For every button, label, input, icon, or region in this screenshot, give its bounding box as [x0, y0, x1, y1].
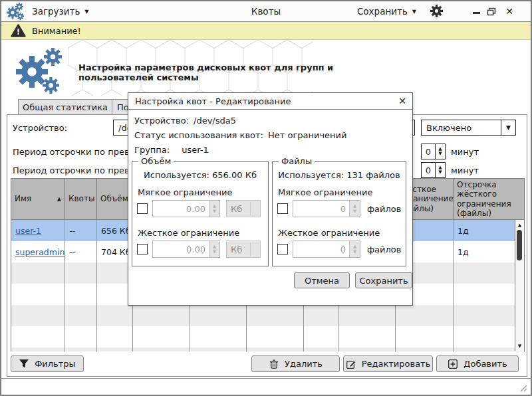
chevron-down-icon[interactable]: ▼	[501, 120, 515, 135]
empty-row	[11, 326, 524, 347]
resize-grip[interactable]	[519, 384, 527, 392]
arrow-down-icon[interactable]: ▼	[438, 151, 442, 156]
col-header-grace-hard-files[interactable]: Отсрочка жёсткого ограничения (файлы)	[454, 179, 515, 219]
soft-limit-checkbox[interactable]	[137, 203, 148, 214]
table-cell	[454, 347, 515, 351]
arrow-up-icon[interactable]: ▲	[213, 204, 216, 209]
hard-limit-label: Жесткое ограничение	[138, 228, 239, 238]
filters-button[interactable]: Фильтры	[11, 355, 84, 372]
user-link[interactable]: superadmin	[15, 247, 65, 257]
table-cell	[454, 284, 515, 305]
arrow-down-icon[interactable]: ▼	[353, 250, 356, 254]
delete-button[interactable]: Удалить	[251, 355, 340, 372]
spinner-value: 0.00	[153, 241, 209, 257]
grace-soft-spinner[interactable]: 0 ▲▼	[421, 144, 446, 159]
hard-limit-checkbox[interactable]	[277, 244, 288, 254]
spinner-arrows[interactable]: ▲▼	[209, 201, 219, 217]
table-cell: user-1	[11, 220, 65, 241]
files-used: Используется: 131 файлов	[273, 170, 406, 180]
arrow-up-icon[interactable]: ▲	[353, 204, 356, 209]
table-cell	[454, 305, 515, 326]
table-cell	[454, 262, 515, 284]
arrow-down-icon[interactable]: ▼	[213, 250, 216, 254]
arrow-up-icon[interactable]: ▲	[213, 245, 216, 249]
spinner-arrows[interactable]: ▲▼	[349, 201, 360, 217]
col-label: Объём	[100, 194, 128, 203]
soft-limit-checkbox[interactable]	[277, 203, 288, 214]
quota-status-select[interactable]: Включено ▼	[421, 120, 516, 136]
scroll-up-icon[interactable]: ▲	[515, 221, 524, 229]
chevron-down-icon: ▼	[412, 2, 416, 22]
scroll-down-icon[interactable]: ▼	[515, 342, 524, 350]
delete-label: Удалить	[285, 359, 323, 369]
user-link[interactable]: user-1	[15, 226, 41, 236]
dialog-title: Настройка квот - Редактирование	[135, 96, 291, 106]
dialog-device-line: Устройство: /dev/sda5	[134, 116, 236, 126]
spinner-arrows[interactable]: ▲▼	[435, 163, 445, 177]
table-cell	[190, 305, 247, 326]
col-label: Квоты	[68, 194, 94, 203]
volume-unit-select[interactable]: Кб	[226, 241, 261, 258]
arrow-down-icon[interactable]: ▼	[353, 209, 356, 214]
dialog-status-line: Статус использования квот: Нет ограничен…	[134, 130, 347, 140]
settings-gear-button[interactable]	[430, 5, 443, 17]
minutes-unit-label: минут	[451, 147, 479, 157]
table-cell	[304, 305, 338, 326]
unit-value: Кб	[231, 204, 242, 214]
hard-limit-checkbox[interactable]	[137, 244, 148, 254]
status-value: Включено	[422, 120, 501, 135]
volume-hard-row: 0.00 ▲▼ Кб	[137, 241, 265, 258]
files-hard-spinner[interactable]: 0 ▲▼	[293, 241, 360, 258]
arrow-down-icon[interactable]: ▼	[438, 170, 442, 175]
window-title: Квоты	[1, 1, 531, 21]
spinner-arrows[interactable]: ▲▼	[435, 144, 445, 159]
spinner-value: 0	[422, 163, 435, 177]
dialog-close-button[interactable]: ✕	[398, 96, 406, 106]
spinner-arrows[interactable]: ▲▼	[209, 241, 219, 257]
add-button[interactable]: Добавить	[436, 355, 519, 372]
cancel-button[interactable]: Отмена	[294, 272, 350, 288]
tab-general-statistics[interactable]: Общая статистика	[18, 99, 112, 115]
col-header-quotas[interactable]: Квоты	[65, 179, 97, 219]
quota-gears-icon	[16, 47, 68, 94]
dialog-save-button[interactable]: Сохранить	[355, 272, 412, 288]
table-cell	[247, 347, 304, 351]
vertical-scrollbar[interactable]: ▲ ▼	[515, 220, 524, 351]
minimize-button[interactable]	[473, 1, 480, 21]
unit-value: Кб	[231, 245, 242, 254]
save-label: Сохранить	[357, 1, 408, 21]
table-cell	[11, 305, 65, 326]
volume-hard-spinner[interactable]: 0.00 ▲▼	[152, 241, 220, 258]
files-soft-spinner[interactable]: 0 ▲▼	[293, 200, 360, 217]
table-cell	[338, 347, 396, 351]
files-unit-label: файлов	[367, 204, 401, 214]
volume-unit-select[interactable]: Кб	[226, 200, 261, 217]
arrow-down-icon[interactable]: ▼	[213, 209, 216, 214]
table-cell	[65, 284, 97, 305]
scrollbar-thumb[interactable]	[517, 230, 522, 260]
close-window-button[interactable]: ✕	[505, 1, 513, 21]
table-cell: --	[65, 241, 97, 262]
empty-row	[11, 347, 524, 351]
table-cell	[65, 305, 97, 326]
minutes-unit-label: минут	[451, 165, 479, 175]
table-cell	[11, 326, 65, 347]
volume-soft-row: 0.00 ▲▼ Кб	[137, 200, 265, 217]
used-label: Используется:	[144, 170, 209, 180]
maximize-button[interactable]	[487, 1, 496, 21]
arrow-up-icon[interactable]: ▲	[353, 245, 356, 249]
table-cell	[304, 326, 338, 347]
table-cell	[454, 326, 515, 347]
edit-button[interactable]: Редактировать	[343, 355, 433, 372]
save-menu-button[interactable]: Сохранить ▼	[357, 1, 416, 21]
table-cell	[338, 305, 396, 326]
spinner-value: 0	[293, 241, 349, 257]
grace-hard-spinner[interactable]: 0 ▲▼	[421, 162, 446, 178]
col-header-name[interactable]: Имя ▲	[11, 179, 65, 219]
sort-asc-icon: ▲	[57, 196, 61, 203]
spinner-arrows[interactable]: ▲▼	[349, 241, 360, 257]
volume-soft-spinner[interactable]: 0.00 ▲▼	[152, 200, 220, 217]
spinner-value: 0	[293, 201, 349, 217]
table-cell	[65, 326, 97, 347]
files-groupbox: Файлы Используется: 131 файлов Мягкое ог…	[272, 161, 406, 266]
